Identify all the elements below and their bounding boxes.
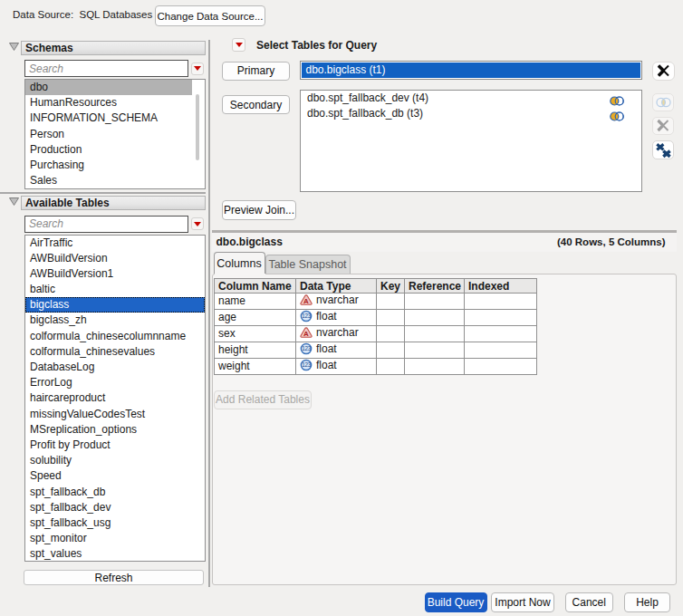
svg-text:A: A bbox=[303, 298, 309, 306]
svg-text:123: 123 bbox=[302, 345, 312, 351]
svg-text:123: 123 bbox=[302, 361, 312, 368]
svg-text:123: 123 bbox=[302, 313, 312, 319]
svg-text:A: A bbox=[303, 330, 309, 338]
